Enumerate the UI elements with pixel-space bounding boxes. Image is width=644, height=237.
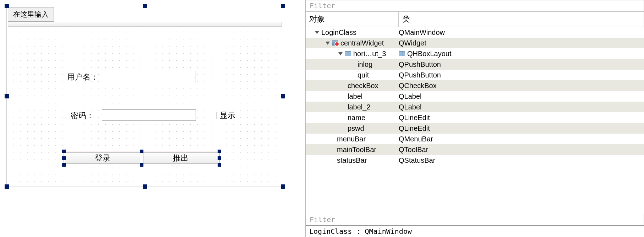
hbox-layout-icon [345, 51, 351, 56]
layout-handle-w[interactable] [62, 156, 66, 160]
tree-header: 对象 类 [306, 12, 644, 27]
tree-row[interactable]: checkBoxQCheckBox [306, 80, 644, 91]
resize-handle-ne[interactable] [281, 4, 285, 8]
button-row-layout[interactable]: 登录 推出 [64, 151, 220, 165]
object-filter-input[interactable]: Filter [306, 0, 644, 11]
resize-handle-sw[interactable] [5, 184, 9, 189]
tree-row[interactable]: LoginClassQMainWindow [306, 27, 644, 38]
property-status-line: LoginClass : QMainWindow [306, 225, 644, 237]
object-name: pswd [348, 124, 364, 133]
tree-row[interactable]: inlogQPushButton [306, 59, 644, 70]
class-name: QCheckBox [399, 82, 437, 90]
object-name: centralWidget [340, 39, 384, 47]
object-name: menuBar [337, 135, 366, 143]
layout-handle-nw[interactable] [62, 150, 66, 153]
layout-handle-n[interactable] [140, 150, 143, 153]
expander-icon[interactable] [315, 31, 319, 34]
class-name: QPushButton [399, 60, 441, 69]
tree-row[interactable]: centralWidgetQWidget [306, 38, 644, 48]
object-name: checkBox [348, 82, 378, 90]
object-name: label_2 [348, 103, 371, 111]
header-class[interactable]: 类 [399, 12, 644, 27]
show-password-label: 显示 [220, 110, 235, 121]
tree-row[interactable]: statusBarQStatusBar [306, 155, 644, 166]
layout-handle-e[interactable] [218, 156, 221, 160]
object-name: statusBar [337, 156, 367, 165]
login-button[interactable]: 登录 [65, 152, 140, 164]
resize-handle-nw[interactable] [5, 4, 9, 8]
object-name: hori…ut_3 [353, 50, 386, 58]
class-name: QLabel [399, 92, 422, 101]
object-name: inlog [358, 60, 372, 69]
object-name: mainToolBar [337, 146, 376, 154]
form-canvas[interactable]: 在这里输入 用户名： 密码： 显示 登录 推出 [6, 6, 283, 187]
tree-body: LoginClassQMainWindowcentralWidgetQWidge… [306, 27, 644, 166]
checkbox-box-icon [210, 112, 217, 119]
hbox-layout-icon [399, 51, 405, 56]
layout-handle-ne[interactable] [218, 150, 221, 153]
password-label: 密码： [71, 111, 94, 121]
tree-row[interactable]: menuBarQMenuBar [306, 134, 644, 144]
class-name: QToolBar [399, 146, 428, 154]
show-password-checkbox[interactable]: 显示 [210, 110, 235, 121]
username-input[interactable] [102, 71, 196, 82]
resize-handle-w[interactable] [5, 94, 9, 98]
resize-handle-se[interactable] [281, 184, 285, 189]
object-name: label [348, 92, 362, 101]
tab-header[interactable]: 在这里输入 [8, 7, 54, 22]
class-name: QHBoxLayout [407, 50, 452, 58]
layout-handle-se[interactable] [218, 163, 221, 167]
property-filter-input[interactable]: Filter [306, 214, 644, 225]
tree-row[interactable]: hori…ut_3QHBoxLayout [306, 48, 644, 59]
menu-bar-strip[interactable] [8, 22, 282, 27]
header-object[interactable]: 对象 [306, 12, 399, 27]
class-name: QPushButton [399, 71, 441, 79]
object-name: LoginClass [321, 28, 356, 37]
designer-panel: 在这里输入 用户名： 密码： 显示 登录 推出 [0, 0, 305, 237]
class-name: QLabel [399, 103, 422, 111]
class-name: QStatusBar [399, 156, 435, 165]
expander-icon[interactable] [326, 42, 330, 45]
class-name: QLineEdit [399, 114, 430, 122]
inspector-panel: Filter 对象 类 LoginClassQMainWindowcentral… [305, 0, 644, 237]
tree-row[interactable]: label_2QLabel [306, 102, 644, 112]
tab-widget: 在这里输入 [8, 7, 282, 23]
resize-handle-s[interactable] [143, 184, 147, 189]
quit-button[interactable]: 推出 [143, 152, 218, 164]
object-tree: 对象 类 LoginClassQMainWindowcentralWidgetQ… [306, 11, 644, 214]
class-name: QWidget [399, 39, 426, 47]
object-name: quit [358, 71, 369, 79]
tree-row[interactable]: quitQPushButton [306, 70, 644, 80]
resize-handle-e[interactable] [281, 94, 285, 98]
widget-forbidden-icon [332, 41, 338, 45]
expander-icon[interactable] [338, 52, 343, 55]
class-name: QMenuBar [399, 135, 433, 143]
class-name: QLineEdit [399, 124, 430, 133]
tree-row[interactable]: pswdQLineEdit [306, 123, 644, 134]
username-label: 用户名： [67, 72, 98, 82]
object-name: name [348, 114, 365, 122]
layout-handle-s[interactable] [140, 163, 143, 167]
tree-row[interactable]: mainToolBarQToolBar [306, 144, 644, 155]
tree-row[interactable]: labelQLabel [306, 91, 644, 102]
resize-handle-n[interactable] [143, 4, 147, 8]
layout-handle-sw[interactable] [62, 163, 66, 167]
password-input[interactable] [102, 109, 196, 121]
tree-row[interactable]: nameQLineEdit [306, 112, 644, 123]
class-name: QMainWindow [399, 28, 445, 37]
